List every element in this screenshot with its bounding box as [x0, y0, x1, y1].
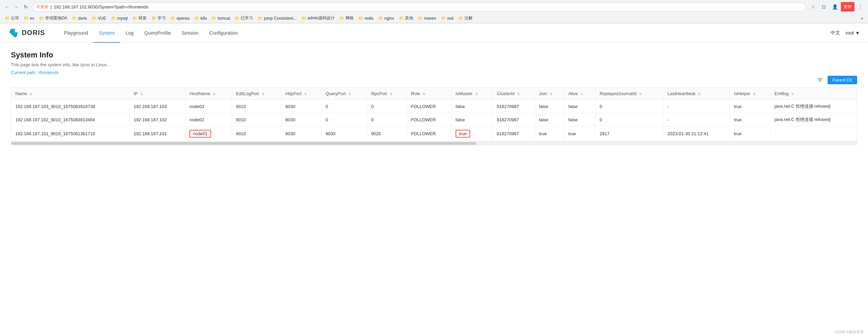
bookmark-item-12[interactable]: 📁jump Consistent...: [256, 15, 298, 21]
table-row: 192.168.187.101_9010_1675061361710192.16…: [11, 126, 857, 141]
bookmark-item-11[interactable]: 📁已学习: [233, 15, 255, 22]
user-menu-button[interactable]: root ▼: [846, 30, 860, 36]
bookmark-label: redis: [365, 16, 373, 21]
cell-row1-col3: 9010: [232, 113, 281, 126]
page-description: This page lists the system info, like /p…: [11, 62, 857, 67]
cell-row1-col4: 8030: [281, 113, 321, 126]
bookmark-item-17[interactable]: 📁其他: [397, 15, 415, 22]
bookmark-item-20[interactable]: 📁注解: [456, 15, 475, 22]
logo-text: DORIS: [22, 29, 45, 37]
bookmark-item-5[interactable]: 📁mysql: [109, 15, 130, 21]
col-lastheartbeat: LastHeartbeat ⇅: [663, 88, 730, 100]
toolbar-actions: ☆ ⊡ 👤 更新 ⋮: [808, 2, 865, 12]
sort-icon-httpport: ⇅: [304, 92, 307, 96]
nav-item-configuration[interactable]: Configuration: [204, 24, 243, 43]
bookmark-item-9[interactable]: 📁k8s: [192, 15, 209, 21]
bookmark-item-15[interactable]: 📁redis: [356, 15, 375, 21]
bookmark-item-10[interactable]: 📁tomcat: [209, 15, 232, 21]
bookmark-item-1[interactable]: 📁es: [22, 15, 36, 21]
bookmark-item-7[interactable]: 📁学习: [149, 15, 168, 22]
sort-icon-hostname: ⇅: [213, 92, 216, 96]
system-info-table: Name ⇅ IP ⇅ HostName ⇅ EditLogPort ⇅ Htt…: [11, 88, 857, 141]
col-role: Role ⇅: [407, 88, 451, 100]
filter-button[interactable]: [815, 75, 825, 85]
extensions-button[interactable]: ⊡: [819, 2, 829, 12]
current-path-link[interactable]: Current path: //frontends: [11, 70, 59, 75]
bookmark-label: 华润置地OA: [45, 15, 67, 21]
cell-row1-col8: false: [451, 113, 493, 126]
reload-button[interactable]: ↻: [22, 3, 30, 11]
folder-icon: 📁: [195, 16, 200, 21]
bookmark-label: 研发: [138, 15, 147, 21]
bookmark-item-0[interactable]: 📁公司: [3, 15, 21, 22]
col-alive: Alive ⇅: [564, 88, 595, 100]
bookmark-button[interactable]: ☆: [808, 2, 818, 12]
forward-button[interactable]: →: [12, 3, 20, 11]
parent-dir-button[interactable]: Parent Dir: [828, 76, 857, 84]
bookmark-item-4[interactable]: 📁VUE: [90, 15, 108, 21]
sort-icon-alive: ⇅: [580, 92, 583, 96]
folder-icon: 📁: [151, 16, 156, 21]
cell-row1-col6: 0: [367, 113, 407, 126]
folder-icon: 📁: [441, 16, 446, 21]
bookmark-item-14[interactable]: 📁网络: [337, 15, 356, 22]
cell-row1-col5: 0: [321, 113, 367, 126]
cell-row0-col14: true: [730, 100, 770, 113]
bookmark-item-13[interactable]: 📁admin源码设计: [299, 15, 337, 22]
update-button[interactable]: 更新: [841, 2, 854, 12]
cell-row2-col4: 8030: [281, 126, 321, 141]
table-controls: Parent Dir: [11, 75, 857, 85]
cell-row2-col9: 818270987: [493, 126, 535, 141]
more-bookmarks-button[interactable]: »: [859, 15, 865, 21]
folder-icon: 📁: [5, 16, 10, 21]
nav-item-playground[interactable]: Playground: [58, 24, 93, 43]
cell-row1-col10: false: [535, 113, 564, 126]
language-button[interactable]: 中文: [831, 30, 840, 36]
folder-icon: 📁: [418, 16, 423, 21]
sort-icon-ishelper: ⇅: [753, 92, 756, 96]
cell-row0-col15: java.net.C 拒绝连接 refused): [770, 100, 857, 113]
address-separator: |: [51, 4, 52, 10]
bookmark-item-2[interactable]: 📁华润置地OA: [37, 15, 69, 22]
cell-row0-col0: 192.168.187.103_9010_1675083918738: [11, 100, 129, 113]
nav-menu: PlaygroundSystemLogQueryProfileSessionCo…: [58, 23, 831, 42]
table-body: 192.168.187.103_9010_1675083918738192.16…: [11, 100, 857, 141]
table-container: Name ⇅ IP ⇅ HostName ⇅ EditLogPort ⇅ Htt…: [11, 87, 857, 145]
col-errmsg: ErrMsg ⇅: [770, 88, 857, 100]
bookmark-item-6[interactable]: 📁研发: [130, 15, 149, 22]
nav-item-system[interactable]: System: [93, 24, 120, 43]
back-button[interactable]: ←: [3, 3, 11, 11]
nav-item-session[interactable]: Session: [176, 24, 204, 43]
address-bar[interactable]: 不安全 | 192.168.187.101:8030/System?path=/…: [32, 2, 806, 12]
sort-icon-ismaster: ⇅: [475, 92, 478, 96]
bookmark-label: mysql: [117, 16, 128, 21]
col-join: Join ⇅: [535, 88, 564, 100]
cell-row0-col10: false: [535, 100, 564, 113]
bookmark-label: 其他: [405, 15, 413, 21]
cell-row1-col9: 818270987: [493, 113, 535, 126]
nav-item-queryprofile[interactable]: QueryProfile: [139, 24, 176, 43]
nav-buttons: ← → ↻: [3, 3, 30, 11]
bookmark-item-18[interactable]: 📁maven: [416, 15, 438, 21]
svg-marker-1: [10, 29, 11, 34]
bookmark-item-8[interactable]: 📁openss: [168, 15, 192, 21]
bookmark-label: tomcat: [218, 16, 230, 21]
scrollbar-thumb[interactable]: [11, 142, 476, 145]
menu-button[interactable]: ⋮: [856, 2, 865, 12]
horizontal-scrollbar[interactable]: [11, 141, 857, 145]
folder-icon: 📁: [39, 16, 44, 21]
cell-row2-col1: 192.168.187.101: [129, 126, 185, 141]
table-row: 192.168.187.102_9010_1675083913484192.16…: [11, 113, 857, 126]
profile-button[interactable]: 👤: [830, 2, 839, 12]
folder-icon: 📁: [399, 16, 404, 21]
table-header-row: Name ⇅ IP ⇅ HostName ⇅ EditLogPort ⇅ Htt…: [11, 88, 857, 100]
nav-item-log[interactable]: Log: [120, 24, 139, 43]
cell-row2-col6: 9020: [367, 126, 407, 141]
bookmark-item-16[interactable]: 📁nginx: [376, 15, 396, 21]
bookmark-item-19[interactable]: 📁xsd: [439, 15, 456, 21]
bookmark-label: jump Consistent...: [264, 16, 296, 21]
cell-row1-col0: 192.168.187.102_9010_1675083913484: [11, 113, 129, 126]
cell-row2-col5: 9030: [321, 126, 367, 141]
bookmark-item-3[interactable]: 📁doris: [70, 15, 89, 21]
browser-toolbar: ← → ↻ 不安全 | 192.168.187.101:8030/System?…: [0, 0, 868, 14]
